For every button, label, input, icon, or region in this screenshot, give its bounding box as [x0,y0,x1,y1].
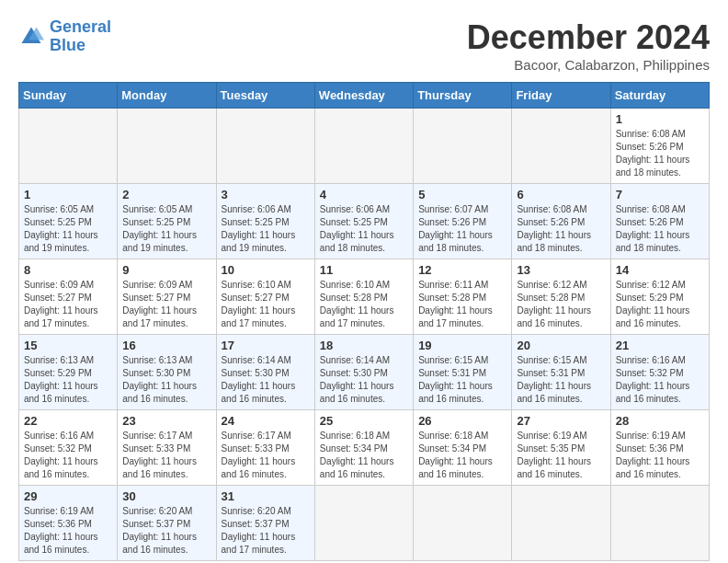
calendar-week-1: 1Sunrise: 6:08 AMSunset: 5:26 PMDaylight… [19,109,710,184]
day-cell-18: 18Sunrise: 6:14 AMSunset: 5:30 PMDayligh… [314,335,413,410]
column-header-monday: Monday [118,83,216,109]
logo: General Blue [18,18,111,55]
calendar-week-6: 29Sunrise: 6:19 AMSunset: 5:36 PMDayligh… [19,486,710,561]
day-cell-23: 23Sunrise: 6:17 AMSunset: 5:33 PMDayligh… [118,410,216,486]
empty-cell [314,486,413,561]
day-cell-10: 10Sunrise: 6:10 AMSunset: 5:27 PMDayligh… [216,259,314,335]
empty-cell [610,486,709,561]
calendar-week-4: 15Sunrise: 6:13 AMSunset: 5:29 PMDayligh… [19,335,710,410]
day-cell-1: 1Sunrise: 6:05 AMSunset: 5:25 PMDaylight… [19,184,118,259]
empty-cell [314,109,413,184]
page-header: General Blue December 2024 Bacoor, Calab… [18,18,710,73]
column-header-thursday: Thursday [414,83,512,109]
day-cell-20: 20Sunrise: 6:15 AMSunset: 5:31 PMDayligh… [512,335,610,410]
day-cell-19: 19Sunrise: 6:15 AMSunset: 5:31 PMDayligh… [414,335,512,410]
calendar-week-5: 22Sunrise: 6:16 AMSunset: 5:32 PMDayligh… [19,410,710,486]
empty-cell [216,109,314,184]
day-cell-21: 21Sunrise: 6:16 AMSunset: 5:32 PMDayligh… [610,335,709,410]
day-cell-17: 17Sunrise: 6:14 AMSunset: 5:30 PMDayligh… [216,335,314,410]
empty-cell [512,109,610,184]
day-cell-12: 12Sunrise: 6:11 AMSunset: 5:28 PMDayligh… [414,259,512,335]
day-cell-29: 29Sunrise: 6:19 AMSunset: 5:36 PMDayligh… [19,486,118,561]
day-cell-31: 31Sunrise: 6:20 AMSunset: 5:37 PMDayligh… [216,486,314,561]
day-cell-11: 11Sunrise: 6:10 AMSunset: 5:28 PMDayligh… [314,259,413,335]
day-cell-2: 2Sunrise: 6:05 AMSunset: 5:25 PMDaylight… [118,184,216,259]
day-cell-9: 9Sunrise: 6:09 AMSunset: 5:27 PMDaylight… [118,259,216,335]
empty-cell [118,109,216,184]
calendar-week-2: 1Sunrise: 6:05 AMSunset: 5:25 PMDaylight… [19,184,710,259]
month-title: December 2024 [467,18,710,57]
calendar-week-3: 8Sunrise: 6:09 AMSunset: 5:27 PMDaylight… [19,259,710,335]
column-header-sunday: Sunday [19,83,118,109]
day-cell-4: 4Sunrise: 6:06 AMSunset: 5:25 PMDaylight… [314,184,413,259]
day-cell-6: 6Sunrise: 6:08 AMSunset: 5:26 PMDaylight… [512,184,610,259]
day-cell-7: 7Sunrise: 6:08 AMSunset: 5:26 PMDaylight… [610,184,709,259]
empty-cell [414,109,512,184]
column-header-friday: Friday [512,83,610,109]
empty-cell [414,486,512,561]
column-header-saturday: Saturday [610,83,709,109]
day-cell-1: 1Sunrise: 6:08 AMSunset: 5:26 PMDaylight… [610,109,709,184]
day-cell-3: 3Sunrise: 6:06 AMSunset: 5:25 PMDaylight… [216,184,314,259]
calendar-header-row: SundayMondayTuesdayWednesdayThursdayFrid… [19,83,710,109]
day-cell-30: 30Sunrise: 6:20 AMSunset: 5:37 PMDayligh… [118,486,216,561]
day-cell-13: 13Sunrise: 6:12 AMSunset: 5:28 PMDayligh… [512,259,610,335]
day-cell-26: 26Sunrise: 6:18 AMSunset: 5:34 PMDayligh… [414,410,512,486]
empty-cell [19,109,118,184]
calendar-table: SundayMondayTuesdayWednesdayThursdayFrid… [18,82,710,561]
day-cell-5: 5Sunrise: 6:07 AMSunset: 5:26 PMDaylight… [414,184,512,259]
day-cell-16: 16Sunrise: 6:13 AMSunset: 5:30 PMDayligh… [118,335,216,410]
day-cell-14: 14Sunrise: 6:12 AMSunset: 5:29 PMDayligh… [610,259,709,335]
logo-icon [18,24,44,50]
empty-cell [512,486,610,561]
day-cell-25: 25Sunrise: 6:18 AMSunset: 5:34 PMDayligh… [314,410,413,486]
logo-text: General Blue [50,18,111,55]
day-cell-8: 8Sunrise: 6:09 AMSunset: 5:27 PMDaylight… [19,259,118,335]
day-cell-27: 27Sunrise: 6:19 AMSunset: 5:35 PMDayligh… [512,410,610,486]
column-header-wednesday: Wednesday [314,83,413,109]
day-cell-15: 15Sunrise: 6:13 AMSunset: 5:29 PMDayligh… [19,335,118,410]
day-cell-28: 28Sunrise: 6:19 AMSunset: 5:36 PMDayligh… [610,410,709,486]
day-cell-24: 24Sunrise: 6:17 AMSunset: 5:33 PMDayligh… [216,410,314,486]
title-block: December 2024 Bacoor, Calabarzon, Philip… [467,18,710,73]
day-cell-22: 22Sunrise: 6:16 AMSunset: 5:32 PMDayligh… [19,410,118,486]
location: Bacoor, Calabarzon, Philippines [467,57,710,73]
column-header-tuesday: Tuesday [216,83,314,109]
